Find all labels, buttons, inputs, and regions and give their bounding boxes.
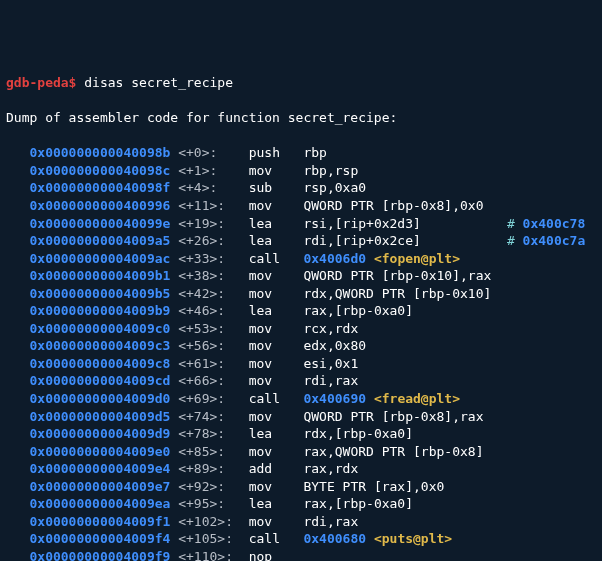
- addr: 0x000000000040099e: [29, 216, 170, 231]
- offset: <+95>:: [178, 496, 248, 511]
- operands: rbp,rsp: [303, 163, 358, 178]
- operands: rbp: [303, 145, 326, 160]
- call-symbol: <fopen@plt>: [374, 251, 460, 266]
- offset: <+42>:: [178, 286, 248, 301]
- addr: 0x00000000004009d9: [29, 426, 170, 441]
- call-symbol: <fread@plt>: [374, 391, 460, 406]
- operands: QWORD PTR [rbp-0x8],0x0: [303, 198, 483, 213]
- comment-addr: 0x400c78: [523, 216, 586, 231]
- offset: <+56>:: [178, 338, 248, 353]
- offset: <+1>:: [178, 163, 248, 178]
- asm-row: 0x00000000004009c3 <+56>: mov edx,0x80: [6, 337, 596, 355]
- mnemonic: sub: [249, 180, 304, 195]
- offset: <+61>:: [178, 356, 248, 371]
- offset: <+19>:: [178, 216, 248, 231]
- addr: 0x00000000004009f9: [29, 549, 170, 561]
- mnemonic: lea: [249, 426, 304, 441]
- offset: <+85>:: [178, 444, 248, 459]
- operands: rax,QWORD PTR [rbp-0x8]: [303, 444, 483, 459]
- addr: 0x00000000004009ea: [29, 496, 170, 511]
- mnemonic: lea: [249, 216, 304, 231]
- mnemonic: mov: [249, 409, 304, 424]
- gdb-prompt: gdb-peda$: [6, 75, 76, 90]
- asm-row: 0x00000000004009d5 <+74>: mov QWORD PTR …: [6, 408, 596, 426]
- offset: <+4>:: [178, 180, 248, 195]
- mnemonic: lea: [249, 496, 304, 511]
- asm-row: 0x00000000004009a5 <+26>: lea rdi,[rip+0…: [6, 232, 596, 250]
- asm-row: 0x00000000004009b9 <+46>: lea rax,[rbp-0…: [6, 302, 596, 320]
- addr: 0x0000000000400996: [29, 198, 170, 213]
- mnemonic: mov: [249, 479, 304, 494]
- operands: rdi,rax: [303, 514, 358, 529]
- asm-row: 0x00000000004009f4 <+105>: call 0x400680…: [6, 530, 596, 548]
- addr: 0x00000000004009c0: [29, 321, 170, 336]
- offset: <+53>:: [178, 321, 248, 336]
- addr: 0x00000000004009d0: [29, 391, 170, 406]
- addr: 0x000000000040098f: [29, 180, 170, 195]
- asm-row: 0x000000000040098f <+4>: sub rsp,0xa0: [6, 179, 596, 197]
- mnemonic: push: [249, 145, 304, 160]
- operands: rsp,0xa0: [303, 180, 366, 195]
- asm-row: 0x00000000004009d9 <+78>: lea rdx,[rbp-0…: [6, 425, 596, 443]
- operands: rdi,rax: [303, 373, 358, 388]
- asm-row: 0x00000000004009d0 <+69>: call 0x400690 …: [6, 390, 596, 408]
- operands: edx,0x80: [303, 338, 366, 353]
- operands: rdx,[rbp-0xa0]: [303, 426, 413, 441]
- offset: <+66>:: [178, 373, 248, 388]
- offset: <+102>:: [178, 514, 248, 529]
- addr: 0x00000000004009a5: [29, 233, 170, 248]
- dump-header: Dump of assembler code for function secr…: [6, 109, 596, 127]
- comment-hash: #: [507, 233, 523, 248]
- comment-addr: 0x400c7a: [523, 233, 586, 248]
- operands: rdx,QWORD PTR [rbp-0x10]: [303, 286, 491, 301]
- mnemonic: mov: [249, 268, 304, 283]
- mnemonic: add: [249, 461, 304, 476]
- asm-row: 0x000000000040098c <+1>: mov rbp,rsp: [6, 162, 596, 180]
- asm-row: 0x00000000004009c8 <+61>: mov esi,0x1: [6, 355, 596, 373]
- offset: <+69>:: [178, 391, 248, 406]
- addr: 0x00000000004009f4: [29, 531, 170, 546]
- addr: 0x00000000004009cd: [29, 373, 170, 388]
- mnemonic: mov: [249, 373, 304, 388]
- offset: <+33>:: [178, 251, 248, 266]
- mnemonic: mov: [249, 338, 304, 353]
- addr: 0x000000000040098c: [29, 163, 170, 178]
- addr: 0x00000000004009c8: [29, 356, 170, 371]
- offset: <+92>:: [178, 479, 248, 494]
- asm-row: 0x00000000004009e7 <+92>: mov BYTE PTR […: [6, 478, 596, 496]
- offset: <+0>:: [178, 145, 248, 160]
- addr: 0x00000000004009c3: [29, 338, 170, 353]
- asm-row: 0x00000000004009cd <+66>: mov rdi,rax: [6, 372, 596, 390]
- addr: 0x00000000004009e7: [29, 479, 170, 494]
- asm-row: 0x00000000004009e4 <+89>: add rax,rdx: [6, 460, 596, 478]
- call-addr: 0x4006d0: [303, 251, 366, 266]
- asm-row: 0x00000000004009c0 <+53>: mov rcx,rdx: [6, 320, 596, 338]
- comment-hash: #: [507, 216, 523, 231]
- mnemonic: mov: [249, 514, 304, 529]
- addr: 0x00000000004009b5: [29, 286, 170, 301]
- addr: 0x00000000004009b1: [29, 268, 170, 283]
- prompt-line-1[interactable]: gdb-peda$ disas secret_recipe: [6, 74, 596, 92]
- operands: rax,[rbp-0xa0]: [303, 303, 413, 318]
- operands: BYTE PTR [rax],0x0: [303, 479, 444, 494]
- asm-row: 0x0000000000400996 <+11>: mov QWORD PTR …: [6, 197, 596, 215]
- call-symbol: <puts@plt>: [374, 531, 452, 546]
- asm-row: 0x000000000040099e <+19>: lea rsi,[rip+0…: [6, 215, 596, 233]
- operands: esi,0x1: [303, 356, 358, 371]
- asm-row: 0x00000000004009f1 <+102>: mov rdi,rax: [6, 513, 596, 531]
- addr: 0x00000000004009b9: [29, 303, 170, 318]
- operands: rsi,[rip+0x2d3]: [303, 216, 420, 231]
- mnemonic: mov: [249, 163, 304, 178]
- offset: <+110>:: [178, 549, 248, 561]
- mnemonic: mov: [249, 356, 304, 371]
- offset: <+74>:: [178, 409, 248, 424]
- offset: <+38>:: [178, 268, 248, 283]
- mnemonic: mov: [249, 286, 304, 301]
- call-addr: 0x400690: [303, 391, 366, 406]
- offset: <+46>:: [178, 303, 248, 318]
- operands: rdi,[rip+0x2ce]: [303, 233, 420, 248]
- terminal: { "prompt": "gdb-peda$", "cmds": { "disa…: [0, 0, 602, 561]
- addr: 0x000000000040098b: [29, 145, 170, 160]
- operands: rcx,rdx: [303, 321, 358, 336]
- operands: QWORD PTR [rbp-0x8],rax: [303, 409, 483, 424]
